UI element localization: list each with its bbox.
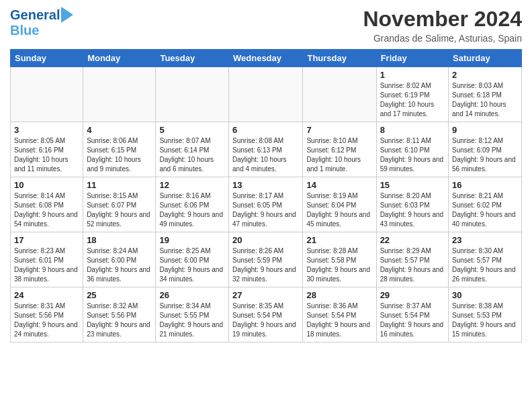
day-info: Sunrise: 8:26 AMSunset: 5:59 PMDaylight:… [232,246,299,284]
calendar-cell: 23Sunrise: 8:30 AMSunset: 5:57 PMDayligh… [449,232,522,287]
calendar-header-row: Sunday Monday Tuesday Wednesday Thursday… [11,50,522,67]
day-number: 10 [14,180,79,190]
calendar-cell: 9Sunrise: 8:12 AMSunset: 6:09 PMDaylight… [449,122,522,177]
day-number: 12 [159,180,225,190]
calendar-cell: 5Sunrise: 8:07 AMSunset: 6:14 PMDaylight… [156,122,229,177]
col-wednesday: Wednesday [229,50,303,67]
day-info: Sunrise: 8:28 AMSunset: 5:58 PMDaylight:… [306,246,372,284]
calendar-cell: 29Sunrise: 8:37 AMSunset: 5:54 PMDayligh… [376,287,448,342]
calendar-cell: 18Sunrise: 8:24 AMSunset: 6:00 PMDayligh… [83,232,156,287]
calendar-week-row: 17Sunrise: 8:23 AMSunset: 6:01 PMDayligh… [11,232,522,287]
day-number: 1 [380,70,445,80]
day-number: 2 [452,70,518,80]
logo: General Blue [10,7,73,38]
calendar-cell [83,67,156,122]
calendar-cell: 21Sunrise: 8:28 AMSunset: 5:58 PMDayligh… [303,232,376,287]
calendar-cell: 28Sunrise: 8:36 AMSunset: 5:54 PMDayligh… [303,287,376,342]
calendar-cell: 4Sunrise: 8:06 AMSunset: 6:15 PMDaylight… [83,122,156,177]
day-info: Sunrise: 8:15 AMSunset: 6:07 PMDaylight:… [87,191,152,229]
calendar-cell: 19Sunrise: 8:25 AMSunset: 6:00 PMDayligh… [156,232,229,287]
day-number: 13 [232,180,299,190]
logo-text-blue: Blue [10,23,73,38]
day-number: 18 [87,235,152,245]
calendar-cell: 7Sunrise: 8:10 AMSunset: 6:12 PMDaylight… [303,122,376,177]
calendar-cell [11,67,83,122]
calendar-cell: 27Sunrise: 8:35 AMSunset: 5:54 PMDayligh… [229,287,303,342]
calendar-cell: 8Sunrise: 8:11 AMSunset: 6:10 PMDaylight… [376,122,448,177]
day-number: 27 [232,290,299,300]
day-number: 19 [159,235,225,245]
day-info: Sunrise: 8:29 AMSunset: 5:57 PMDaylight:… [380,246,445,284]
day-number: 8 [380,125,445,135]
day-info: Sunrise: 8:34 AMSunset: 5:55 PMDaylight:… [159,302,225,339]
calendar-cell: 24Sunrise: 8:31 AMSunset: 5:56 PMDayligh… [11,287,83,342]
calendar-cell: 12Sunrise: 8:16 AMSunset: 6:06 PMDayligh… [156,177,229,232]
calendar-cell: 10Sunrise: 8:14 AMSunset: 6:08 PMDayligh… [11,177,83,232]
day-info: Sunrise: 8:11 AMSunset: 6:10 PMDaylight:… [380,136,445,174]
day-info: Sunrise: 8:07 AMSunset: 6:14 PMDaylight:… [159,136,225,174]
day-info: Sunrise: 8:08 AMSunset: 6:13 PMDaylight:… [232,136,299,174]
calendar-cell: 25Sunrise: 8:32 AMSunset: 5:56 PMDayligh… [83,287,156,342]
day-info: Sunrise: 8:12 AMSunset: 6:09 PMDaylight:… [452,136,518,174]
calendar-week-row: 10Sunrise: 8:14 AMSunset: 6:08 PMDayligh… [11,177,522,232]
day-info: Sunrise: 8:06 AMSunset: 6:15 PMDaylight:… [87,136,152,174]
day-number: 21 [306,235,372,245]
day-info: Sunrise: 8:25 AMSunset: 6:00 PMDaylight:… [159,246,225,284]
calendar-cell: 20Sunrise: 8:26 AMSunset: 5:59 PMDayligh… [229,232,303,287]
header: General Blue November 2024 Grandas de Sa… [10,7,522,44]
calendar-cell [156,67,229,122]
day-info: Sunrise: 8:30 AMSunset: 5:57 PMDaylight:… [452,246,518,284]
day-info: Sunrise: 8:17 AMSunset: 6:05 PMDaylight:… [232,191,299,229]
day-info: Sunrise: 8:16 AMSunset: 6:06 PMDaylight:… [159,191,225,229]
day-info: Sunrise: 8:02 AMSunset: 6:19 PMDaylight:… [380,81,445,119]
title-section: November 2024 Grandas de Salime, Asturia… [363,7,522,44]
day-number: 7 [306,125,372,135]
day-info: Sunrise: 8:31 AMSunset: 5:56 PMDaylight:… [14,302,79,339]
day-number: 23 [452,235,518,245]
calendar-cell: 2Sunrise: 8:03 AMSunset: 6:18 PMDaylight… [449,67,522,122]
day-info: Sunrise: 8:23 AMSunset: 6:01 PMDaylight:… [14,246,79,284]
calendar-cell: 11Sunrise: 8:15 AMSunset: 6:07 PMDayligh… [83,177,156,232]
day-number: 29 [380,290,445,300]
calendar-week-row: 1Sunrise: 8:02 AMSunset: 6:19 PMDaylight… [11,67,522,122]
calendar-week-row: 3Sunrise: 8:05 AMSunset: 6:16 PMDaylight… [11,122,522,177]
calendar-week-row: 24Sunrise: 8:31 AMSunset: 5:56 PMDayligh… [11,287,522,342]
day-info: Sunrise: 8:35 AMSunset: 5:54 PMDaylight:… [232,302,299,339]
col-sunday: Sunday [11,50,83,67]
calendar-cell: 6Sunrise: 8:08 AMSunset: 6:13 PMDaylight… [229,122,303,177]
day-info: Sunrise: 8:03 AMSunset: 6:18 PMDaylight:… [452,81,518,119]
day-info: Sunrise: 8:36 AMSunset: 5:54 PMDaylight:… [306,302,372,339]
day-number: 25 [87,290,152,300]
location: Grandas de Salime, Asturias, Spain [363,33,522,44]
day-number: 22 [380,235,445,245]
logo-text: General [10,7,60,22]
day-info: Sunrise: 8:20 AMSunset: 6:03 PMDaylight:… [380,191,445,229]
day-info: Sunrise: 8:10 AMSunset: 6:12 PMDaylight:… [306,136,372,174]
calendar-cell: 17Sunrise: 8:23 AMSunset: 6:01 PMDayligh… [11,232,83,287]
calendar-cell: 1Sunrise: 8:02 AMSunset: 6:19 PMDaylight… [376,67,448,122]
calendar-cell: 13Sunrise: 8:17 AMSunset: 6:05 PMDayligh… [229,177,303,232]
day-number: 11 [87,180,152,190]
day-number: 4 [87,125,152,135]
day-number: 20 [232,235,299,245]
logo-arrow-icon [61,7,73,23]
month-title: November 2024 [363,7,522,32]
day-number: 17 [14,235,79,245]
day-info: Sunrise: 8:05 AMSunset: 6:16 PMDaylight:… [14,136,79,174]
calendar-cell: 14Sunrise: 8:19 AMSunset: 6:04 PMDayligh… [303,177,376,232]
col-friday: Friday [376,50,448,67]
day-number: 6 [232,125,299,135]
day-number: 9 [452,125,518,135]
day-info: Sunrise: 8:21 AMSunset: 6:02 PMDaylight:… [452,191,518,229]
calendar-cell [303,67,376,122]
day-info: Sunrise: 8:37 AMSunset: 5:54 PMDaylight:… [380,302,445,339]
calendar-cell: 26Sunrise: 8:34 AMSunset: 5:55 PMDayligh… [156,287,229,342]
col-tuesday: Tuesday [156,50,229,67]
day-number: 5 [159,125,225,135]
calendar-cell: 3Sunrise: 8:05 AMSunset: 6:16 PMDaylight… [11,122,83,177]
col-monday: Monday [83,50,156,67]
day-number: 3 [14,125,79,135]
page: General Blue November 2024 Grandas de Sa… [0,0,532,411]
calendar-cell [229,67,303,122]
day-number: 24 [14,290,79,300]
